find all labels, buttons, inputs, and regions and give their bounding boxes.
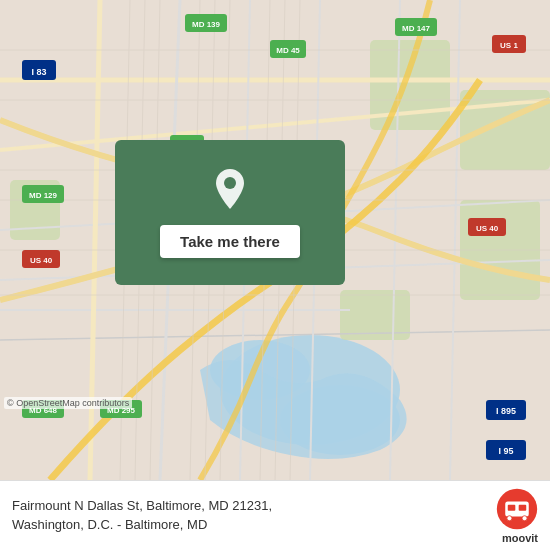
svg-text:MD 45: MD 45	[276, 46, 300, 55]
svg-text:US 40: US 40	[30, 256, 53, 265]
svg-text:MD 129: MD 129	[29, 191, 58, 200]
svg-point-63	[224, 177, 236, 189]
cta-overlay: Take me there	[115, 140, 345, 285]
address-line2: Washington, D.C. - Baltimore, MD	[12, 517, 207, 532]
svg-rect-67	[519, 504, 527, 510]
svg-text:MD 139: MD 139	[192, 20, 221, 29]
svg-text:US 40: US 40	[476, 224, 499, 233]
take-me-there-button[interactable]: Take me there	[160, 225, 300, 258]
svg-text:MD 147: MD 147	[402, 24, 431, 33]
address-line1: Fairmount N Dallas St, Baltimore, MD 212…	[12, 498, 272, 513]
map-container: I 83 MD 139 US 1 MD 147 MD 45 MD 129 US …	[0, 0, 550, 480]
svg-text:US 1: US 1	[500, 41, 518, 50]
svg-rect-66	[508, 504, 516, 510]
moovit-label: moovit	[502, 532, 538, 544]
svg-text:I 95: I 95	[498, 446, 513, 456]
moovit-icon	[496, 488, 538, 530]
bottom-bar: Fairmount N Dallas St, Baltimore, MD 212…	[0, 480, 550, 550]
moovit-logo: moovit	[496, 488, 538, 544]
osm-attribution: © OpenStreetMap contributors	[4, 397, 132, 409]
location-pin-icon	[212, 167, 248, 215]
svg-text:I 895: I 895	[496, 406, 516, 416]
address-text: Fairmount N Dallas St, Baltimore, MD 212…	[12, 497, 496, 533]
svg-text:I 83: I 83	[31, 67, 46, 77]
svg-point-69	[522, 515, 527, 520]
svg-point-68	[507, 515, 512, 520]
